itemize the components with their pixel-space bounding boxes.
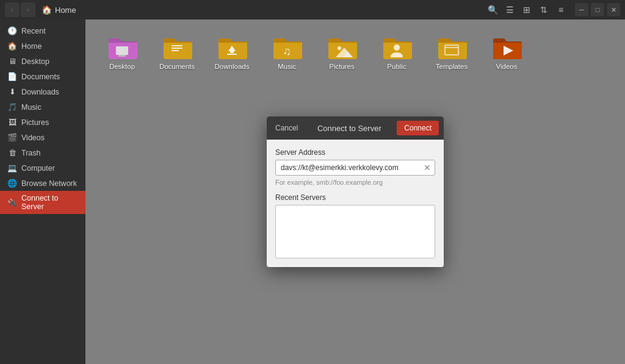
menu-button[interactable]: ≡ [554, 3, 568, 16]
window-controls: ─ □ ✕ [575, 3, 620, 16]
recent-servers-label: Recent Servers [275, 193, 435, 202]
sidebar-label-connect-server: Connect to Server [21, 194, 78, 211]
downloads-icon: ⬇ [7, 87, 17, 96]
sidebar-label-trash: Trash [21, 149, 41, 157]
connect-icon: 🔌 [7, 198, 17, 207]
home-icon: 🏠 [42, 5, 52, 15]
pictures-icon: 🖼 [7, 118, 17, 127]
minimize-button[interactable]: ─ [575, 3, 588, 16]
sidebar-item-recent[interactable]: 🕐 Recent [0, 23, 85, 38]
videos-icon: 🎬 [7, 133, 17, 142]
nav-controls: ‹ › [5, 2, 35, 17]
forward-button[interactable]: › [21, 2, 35, 17]
sidebar-label-videos: Videos [21, 134, 45, 142]
sidebar-label-computer: Computer [21, 164, 55, 173]
toolbar-actions: 🔍 ☰ ⊞ ⇅ ≡ [486, 3, 568, 16]
documents-icon: 📄 [7, 72, 17, 81]
sidebar-label-documents: Documents [21, 73, 60, 81]
sidebar-label-music: Music [21, 103, 42, 112]
recent-icon: 🕐 [7, 26, 17, 35]
sort-button[interactable]: ⇅ [537, 3, 551, 16]
sidebar-item-desktop[interactable]: 🖥 Desktop [0, 54, 85, 69]
sidebar-item-browse-network[interactable]: 🌐 Browse Network [0, 176, 85, 191]
sidebar-item-home[interactable]: 🏠 Home [0, 38, 85, 54]
search-button[interactable]: 🔍 [486, 3, 499, 16]
server-address-label: Server Address [275, 148, 435, 157]
sidebar-label-home: Home [21, 42, 42, 51]
music-icon: 🎵 [7, 102, 17, 112]
computer-icon: 💻 [7, 163, 17, 173]
sidebar-label-browse-network: Browse Network [21, 179, 77, 188]
server-address-input[interactable] [276, 160, 420, 175]
sidebar-item-videos[interactable]: 🎬 Videos [0, 130, 85, 145]
maximize-button[interactable]: □ [591, 3, 604, 16]
main-layout: 🕐 Recent 🏠 Home 🖥 Desktop 📄 Documents ⬇ … [0, 20, 625, 364]
sidebar-item-pictures[interactable]: 🖼 Pictures [0, 115, 85, 130]
grid-view-button[interactable]: ⊞ [520, 3, 533, 16]
window-title-area: 🏠 Home [42, 5, 76, 15]
list-view-button[interactable]: ☰ [503, 3, 516, 16]
sidebar-item-trash[interactable]: 🗑 Trash [0, 145, 85, 160]
desktop-icon: 🖥 [7, 57, 17, 66]
close-button[interactable]: ✕ [607, 3, 620, 16]
content-area: Desktop Documents [85, 20, 625, 364]
sidebar-item-computer[interactable]: 💻 Computer [0, 160, 85, 176]
home-sidebar-icon: 🏠 [7, 41, 17, 51]
dialog-overlay: Cancel Connect to Server Connect Server … [85, 20, 625, 364]
server-address-input-row: ✕ [275, 160, 435, 176]
sidebar-label-recent: Recent [21, 27, 46, 35]
sidebar-item-documents[interactable]: 📄 Documents [0, 69, 85, 84]
clear-input-button[interactable]: ✕ [420, 160, 435, 175]
sidebar-item-connect-server[interactable]: 🔌 Connect to Server [0, 191, 85, 214]
dialog-body: Server Address ✕ For example, smb://foo.… [267, 140, 444, 267]
sidebar: 🕐 Recent 🏠 Home 🖥 Desktop 📄 Documents ⬇ … [0, 20, 85, 364]
dialog-title: Connect to Server [302, 124, 397, 133]
dialog-cancel-button[interactable]: Cancel [272, 121, 302, 135]
sidebar-label-pictures: Pictures [21, 118, 49, 127]
dialog-connect-button[interactable]: Connect [397, 121, 439, 135]
sidebar-item-downloads[interactable]: ⬇ Downloads [0, 84, 85, 99]
back-button[interactable]: ‹ [5, 2, 20, 17]
sidebar-label-downloads: Downloads [21, 88, 59, 96]
window-title: Home [55, 5, 76, 15]
dialog-header: Cancel Connect to Server Connect [267, 116, 444, 140]
sidebar-item-music[interactable]: 🎵 Music [0, 99, 85, 115]
network-icon: 🌐 [7, 179, 17, 188]
server-address-hint: For example, smb://foo.example.org [275, 179, 435, 186]
trash-icon: 🗑 [7, 148, 17, 157]
sidebar-label-desktop: Desktop [21, 57, 49, 66]
recent-servers-list [275, 205, 435, 259]
connect-to-server-dialog: Cancel Connect to Server Connect Server … [267, 116, 444, 267]
titlebar: ‹ › 🏠 Home 🔍 ☰ ⊞ ⇅ ≡ ─ □ ✕ [0, 0, 625, 20]
